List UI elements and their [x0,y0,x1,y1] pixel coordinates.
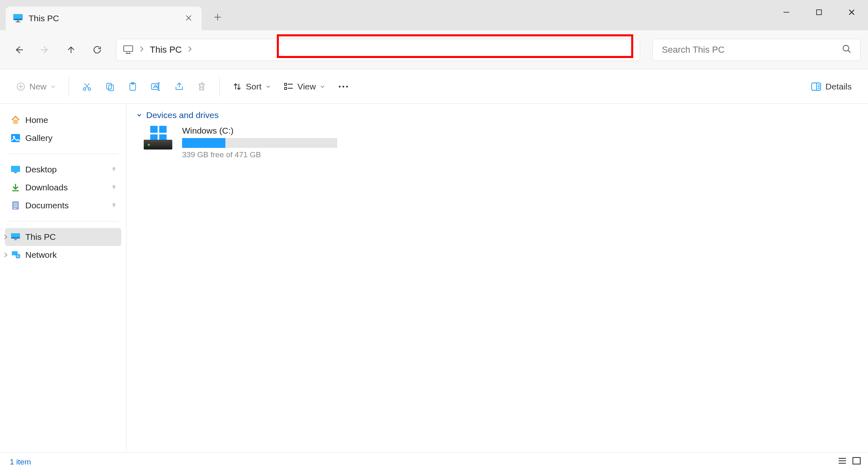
copy-button[interactable] [99,77,120,96]
pc-icon [11,232,20,241]
home-icon [11,116,20,125]
title-bar: This PC [0,0,868,30]
svg-rect-10 [107,83,111,89]
chevron-right-icon[interactable] [3,250,8,260]
svg-rect-32 [150,126,158,133]
details-pane-button[interactable]: Details [805,77,857,96]
sidebar-item-gallery[interactable]: Gallery [5,129,121,147]
chevron-down-icon [266,84,271,89]
copy-icon [105,82,115,92]
close-window-button[interactable] [835,0,868,25]
details-label: Details [826,82,852,92]
minimize-icon [783,9,790,16]
svg-rect-22 [11,134,20,142]
sidebar-item-home[interactable]: Home [5,111,121,129]
plus-circle-icon [16,82,25,91]
svg-rect-11 [109,85,114,91]
window-controls [770,0,868,25]
svg-rect-33 [159,126,167,133]
drive-usage-fill [182,138,225,148]
new-button[interactable]: New [11,77,61,96]
ellipsis-icon [338,85,349,89]
command-bar: New Sort View Details [0,69,868,104]
back-button[interactable] [7,38,30,61]
navigation-bar: This PC [0,30,868,69]
more-button[interactable] [332,77,354,96]
paste-button[interactable] [122,77,143,96]
item-count: 1 item [10,458,31,467]
share-button[interactable] [169,77,190,96]
chevron-right-icon[interactable] [139,46,144,54]
svg-rect-1 [14,19,22,20]
sidebar-divider [7,221,119,221]
search-icon [842,45,851,55]
sidebar-item-network[interactable]: Network [5,246,121,264]
view-button[interactable]: View [278,77,331,96]
large-icons-view-button[interactable] [852,457,861,467]
breadcrumb-this-pc[interactable]: This PC [150,45,182,55]
minimize-button[interactable] [770,0,803,25]
svg-rect-24 [11,166,20,172]
pin-icon[interactable] [111,183,117,192]
plus-icon [214,13,221,21]
rename-icon [151,82,161,92]
drive-name: Windows (C:) [182,126,337,136]
up-button[interactable] [60,38,82,61]
svg-point-17 [338,85,340,87]
sort-button[interactable]: Sort [227,77,276,96]
details-view-icon [838,457,847,464]
forward-button[interactable] [33,38,56,61]
sidebar-item-documents[interactable]: Documents [5,196,121,214]
group-label: Devices and drives [146,110,218,120]
new-tab-button[interactable] [214,11,221,24]
chevron-right-icon[interactable] [3,232,8,242]
refresh-button[interactable] [86,38,109,61]
pc-outline-icon [123,45,134,55]
svg-rect-21 [13,120,18,124]
pin-icon[interactable] [111,165,117,174]
svg-rect-16 [285,87,287,89]
drive-free-text: 339 GB free of 471 GB [182,150,337,159]
pin-icon[interactable] [111,201,117,210]
cut-button[interactable] [76,77,98,96]
search-input[interactable] [662,45,842,55]
sidebar-label: Home [25,115,48,125]
sidebar-item-this-pc[interactable]: This PC [5,228,121,246]
search-box[interactable] [652,39,861,61]
svg-rect-36 [853,458,860,464]
tab-this-pc[interactable]: This PC [6,7,202,30]
separator [219,77,220,96]
sidebar-item-downloads[interactable]: Downloads [5,179,121,196]
details-view-button[interactable] [838,457,847,467]
tab-close-button[interactable] [183,11,194,26]
maximize-button[interactable] [803,0,835,25]
sidebar-label: Desktop [25,165,57,174]
close-icon [185,15,192,21]
view-icon [284,82,294,91]
main-pane: Devices and drives Windows (C:) 339 GB f… [127,104,868,452]
downloads-icon [11,183,20,192]
rename-button[interactable] [145,77,167,96]
content-area: Home Gallery Desktop Downloads Documents… [0,104,868,452]
chevron-down-icon [136,112,142,118]
chevron-right-icon[interactable] [187,46,192,54]
svg-rect-3 [16,22,20,22]
sidebar-label: Gallery [25,133,53,143]
navigation-pane: Home Gallery Desktop Downloads Documents… [0,104,127,452]
svg-rect-28 [11,237,20,239]
delete-button[interactable] [191,77,212,96]
svg-rect-25 [14,172,17,173]
drive-icon [144,126,172,150]
new-label: New [29,82,47,92]
drive-item-c[interactable]: Windows (C:) 339 GB free of 471 GB [136,126,858,159]
svg-point-18 [342,85,344,87]
pc-icon [13,14,23,23]
up-icon [66,45,76,55]
group-header-devices[interactable]: Devices and drives [136,110,858,120]
address-bar[interactable]: This PC [116,39,640,61]
sidebar-item-desktop[interactable]: Desktop [5,161,121,179]
windows-logo-icon [150,126,167,141]
sidebar-label: Documents [25,201,69,210]
svg-rect-4 [817,10,821,15]
svg-point-19 [346,85,347,87]
